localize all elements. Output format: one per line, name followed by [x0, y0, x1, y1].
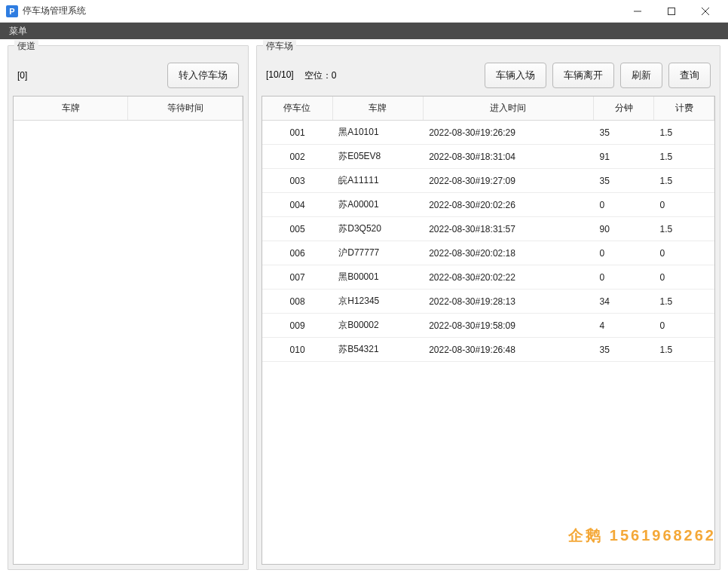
cell-spot: 010 — [262, 338, 332, 362]
cell-fee: 1.5 — [654, 217, 714, 241]
window-controls — [620, 1, 722, 22]
minimize-button[interactable] — [620, 1, 654, 22]
table-row[interactable]: 001黑A101012022-08-30#19:26:29351.5 — [262, 121, 714, 145]
cell-enter_time: 2022-08-30#19:27:09 — [423, 169, 593, 193]
lot-col-plate[interactable]: 车牌 — [332, 97, 423, 121]
table-row[interactable]: 004苏A000012022-08-30#20:02:2600 — [262, 193, 714, 217]
cell-plate: 京H12345 — [332, 290, 423, 314]
cell-spot: 007 — [262, 265, 332, 290]
cell-fee: 1.5 — [654, 169, 714, 193]
cell-enter_time: 2022-08-30#19:26:48 — [423, 338, 593, 362]
lot-panel-legend: 停车场 — [263, 40, 296, 53]
cell-plate: 苏E05EV8 — [332, 145, 423, 169]
cell-plate: 皖A11111 — [332, 169, 423, 193]
cell-plate: 沪D77777 — [332, 241, 423, 265]
cell-minutes: 91 — [594, 145, 654, 169]
cell-fee: 0 — [654, 241, 714, 265]
svg-rect-1 — [668, 8, 674, 14]
cell-plate: 黑A10101 — [332, 121, 423, 145]
lane-col-plate[interactable]: 车牌 — [14, 97, 128, 121]
cell-spot: 009 — [262, 314, 332, 338]
menubar: 菜单 — [0, 23, 728, 39]
cell-minutes: 0 — [594, 265, 654, 290]
cell-fee: 1.5 — [654, 121, 714, 145]
table-row[interactable]: 006沪D777772022-08-30#20:02:1800 — [262, 241, 714, 265]
transfer-to-lot-button[interactable]: 转入停车场 — [167, 63, 239, 88]
cell-fee: 1.5 — [654, 338, 714, 362]
cell-spot: 001 — [262, 121, 332, 145]
table-row[interactable]: 002苏E05EV82022-08-30#18:31:04911.5 — [262, 145, 714, 169]
cell-spot: 004 — [262, 193, 332, 217]
lane-table-wrap[interactable]: 车牌 等待时间 — [13, 96, 243, 565]
lot-toolbar: [10/10] 空位：0 车辆入场 车辆离开 刷新 查询 — [262, 57, 715, 96]
cell-minutes: 0 — [594, 241, 654, 265]
cell-minutes: 35 — [594, 169, 654, 193]
lot-status: [10/10] 空位：0 — [266, 69, 479, 82]
lot-col-enter[interactable]: 进入时间 — [423, 97, 593, 121]
cell-enter_time: 2022-08-30#18:31:04 — [423, 145, 593, 169]
lot-col-minutes[interactable]: 分钟 — [594, 97, 654, 121]
content-area: 便道 [0] 转入停车场 车牌 等待时间 停车场 [10/10 — [0, 39, 728, 576]
menu-main[interactable]: 菜单 — [6, 25, 30, 38]
maximize-button[interactable] — [654, 1, 688, 22]
cell-plate: 京B00002 — [332, 314, 423, 338]
cell-plate: 苏D3Q520 — [332, 217, 423, 241]
close-button[interactable] — [688, 1, 722, 22]
lot-table: 停车位 车牌 进入时间 分钟 计费 001黑A101012022-08-30#1… — [262, 97, 714, 362]
lane-count: [0] — [17, 70, 27, 81]
table-row[interactable]: 010苏B543212022-08-30#19:26:48351.5 — [262, 338, 714, 362]
cell-fee: 0 — [654, 265, 714, 290]
cell-enter_time: 2022-08-30#20:02:18 — [423, 241, 593, 265]
cell-fee: 0 — [654, 314, 714, 338]
cell-minutes: 34 — [594, 290, 654, 314]
cell-enter_time: 2022-08-30#19:26:29 — [423, 121, 593, 145]
cell-minutes: 0 — [594, 193, 654, 217]
cell-fee: 1.5 — [654, 145, 714, 169]
lane-toolbar: [0] 转入停车场 — [13, 57, 243, 96]
cell-enter_time: 2022-08-30#19:28:13 — [423, 290, 593, 314]
cell-fee: 1.5 — [654, 290, 714, 314]
cell-plate: 黑B00001 — [332, 265, 423, 290]
cell-spot: 005 — [262, 217, 332, 241]
cell-minutes: 35 — [594, 121, 654, 145]
table-row[interactable]: 007黑B000012022-08-30#20:02:2200 — [262, 265, 714, 290]
vehicle-enter-button[interactable]: 车辆入场 — [485, 63, 546, 88]
cell-enter_time: 2022-08-30#20:02:22 — [423, 265, 593, 290]
cell-enter_time: 2022-08-30#18:31:57 — [423, 217, 593, 241]
cell-enter_time: 2022-08-30#19:58:09 — [423, 314, 593, 338]
lot-vacancy: 空位：0 — [304, 69, 337, 82]
window-title: 停车场管理系统 — [23, 5, 620, 17]
vehicle-leave-button[interactable]: 车辆离开 — [552, 63, 614, 88]
lot-col-fee[interactable]: 计费 — [654, 97, 714, 121]
lane-panel-legend: 便道 — [14, 40, 38, 53]
lane-col-wait[interactable]: 等待时间 — [128, 97, 243, 121]
lot-panel: 停车场 [10/10] 空位：0 车辆入场 车辆离开 刷新 查询 停车位 车牌 … — [256, 45, 720, 570]
table-row[interactable]: 005苏D3Q5202022-08-30#18:31:57901.5 — [262, 217, 714, 241]
table-row[interactable]: 003皖A111112022-08-30#19:27:09351.5 — [262, 169, 714, 193]
table-row[interactable]: 008京H123452022-08-30#19:28:13341.5 — [262, 290, 714, 314]
lot-col-spot[interactable]: 停车位 — [262, 97, 332, 121]
cell-minutes: 90 — [594, 217, 654, 241]
table-row[interactable]: 009京B000022022-08-30#19:58:0940 — [262, 314, 714, 338]
refresh-button[interactable]: 刷新 — [620, 63, 662, 88]
lane-panel: 便道 [0] 转入停车场 车牌 等待时间 — [8, 45, 249, 570]
cell-spot: 002 — [262, 145, 332, 169]
cell-minutes: 35 — [594, 338, 654, 362]
cell-enter_time: 2022-08-30#20:02:26 — [423, 193, 593, 217]
lot-count: [10/10] — [266, 69, 294, 82]
cell-fee: 0 — [654, 193, 714, 217]
cell-spot: 003 — [262, 169, 332, 193]
app-icon: P — [6, 5, 18, 17]
cell-plate: 苏B54321 — [332, 338, 423, 362]
cell-spot: 008 — [262, 290, 332, 314]
cell-minutes: 4 — [594, 314, 654, 338]
query-button[interactable]: 查询 — [668, 63, 711, 88]
lane-status: [0] — [17, 70, 161, 81]
cell-plate: 苏A00001 — [332, 193, 423, 217]
cell-spot: 006 — [262, 241, 332, 265]
lane-table: 车牌 等待时间 — [14, 97, 243, 121]
window-titlebar: P 停车场管理系统 — [0, 0, 728, 23]
lot-table-wrap[interactable]: 停车位 车牌 进入时间 分钟 计费 001黑A101012022-08-30#1… — [262, 96, 715, 565]
